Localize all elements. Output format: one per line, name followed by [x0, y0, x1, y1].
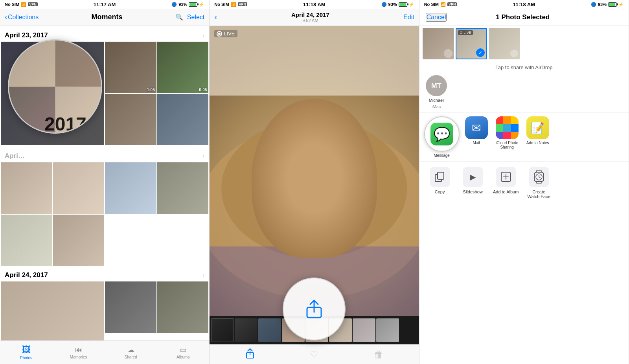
add-album-icon	[496, 167, 516, 187]
edit-button[interactable]: Edit	[403, 14, 414, 21]
action-copy[interactable]: Copy	[424, 167, 456, 194]
share-actions-row: Copy ▶ Slideshow Add to Album	[419, 162, 629, 204]
back-chevron-icon: ‹	[5, 13, 7, 21]
bluetooth-icon: 🔵	[171, 2, 177, 7]
photo-thumb[interactable]	[1, 162, 52, 214]
share-app-notes[interactable]: 📝 Add to Notes	[524, 116, 552, 145]
wifi-icon-3: 📶	[440, 2, 446, 7]
strip-check-3	[510, 49, 519, 58]
film-thumb[interactable]	[376, 318, 399, 342]
battery-pct-3: 93%	[598, 2, 607, 7]
panel-photo-view: No SIM 📶 VPN 11:18 AM 🔵 93% ⚡ ‹ April 24…	[210, 0, 419, 364]
watch-face-icon	[529, 167, 549, 187]
contact-name-michael: Michael	[429, 98, 444, 103]
albums-icon: ▭	[180, 346, 186, 354]
moment-header-apr23[interactable]: April 23, 2017 ›	[0, 30, 209, 42]
battery-icon-3	[608, 2, 617, 7]
no-sim-label: No SIM	[5, 2, 19, 7]
search-icon: 🔍	[175, 13, 183, 21]
moment-arrow-partial: ›	[202, 153, 204, 160]
strip-thumb-2[interactable]: ⊙ LIVE ✓	[456, 28, 487, 59]
film-thumb[interactable]	[258, 318, 281, 342]
strip-thumb-1[interactable]	[423, 28, 454, 59]
action-add-album[interactable]: Add to Album	[490, 167, 522, 194]
heart-button[interactable]: ♡	[310, 349, 318, 360]
notes-label: Add to Notes	[526, 141, 549, 145]
collections-label: Collections	[8, 14, 39, 21]
action-watch-face[interactable]: CreateWatch Face	[523, 167, 555, 199]
watch-face-label: CreateWatch Face	[528, 189, 550, 199]
photo-thumb[interactable]	[105, 94, 156, 145]
trash-icon: 🗑	[374, 349, 383, 360]
tab-albums[interactable]: ▭ Albums	[157, 346, 209, 359]
moment-header-apr24[interactable]: April 24, 2017 ›	[0, 270, 209, 281]
photo-thumb[interactable]	[105, 162, 156, 214]
share-app-icloud-photos[interactable]: iCloud PhotoSharing	[493, 116, 521, 149]
edit-label: Edit	[403, 14, 414, 21]
tab-memories[interactable]: ⏮ Memories	[52, 346, 105, 359]
battery-icon-2	[399, 2, 407, 7]
svg-line-18	[539, 177, 540, 178]
memories-icon: ⏮	[75, 346, 82, 354]
select-button[interactable]: Select	[187, 14, 204, 21]
action-slideshow[interactable]: ▶ Slideshow	[457, 167, 489, 194]
collections-back-button[interactable]: ‹ Collections	[5, 13, 39, 21]
add-album-svg	[500, 171, 511, 182]
trash-button[interactable]: 🗑	[374, 349, 383, 360]
share-button[interactable]	[245, 348, 255, 361]
photo-thumb[interactable]	[157, 162, 209, 214]
film-thumb[interactable]	[211, 318, 234, 342]
share-icon-box	[305, 299, 324, 319]
moment-arrow-apr24: ›	[202, 272, 204, 279]
photo-thumb[interactable]: 0:05	[157, 42, 209, 93]
share-circle-icon	[305, 299, 324, 319]
photo-thumb[interactable]	[53, 215, 105, 266]
moment-arrow-apr23: ›	[202, 32, 204, 39]
photo-thumb[interactable]	[157, 281, 209, 333]
battery-pct-2: 93%	[388, 2, 397, 7]
photo-back-button[interactable]: ‹	[214, 12, 217, 22]
share-app-message[interactable]: 💬 Message	[424, 116, 460, 158]
cancel-button[interactable]: Cancel	[426, 13, 447, 22]
photo-thumb[interactable]	[53, 162, 105, 214]
film-thumb[interactable]	[235, 318, 257, 342]
strip-thumb-3[interactable]	[489, 28, 520, 59]
moment-section-apr24-partial: Apri… ›	[0, 147, 209, 266]
share-header: Cancel 1 Photo Selected	[419, 9, 629, 26]
share-title: 1 Photo Selected	[496, 13, 550, 21]
search-button[interactable]: 🔍	[175, 13, 183, 21]
status-bar-1: No SIM 📶 VPN 11:17 AM 🔵 93% ⚡	[0, 0, 209, 9]
tab-photos-label: Photos	[20, 356, 32, 360]
message-icon: 💬	[430, 123, 453, 145]
film-thumb[interactable]	[353, 318, 375, 342]
vpn-badge: VPN	[28, 2, 38, 6]
clock-3: 11:18 AM	[513, 2, 535, 7]
contact-item-michael[interactable]: MT Michael iMac	[426, 75, 447, 109]
strip-check-1	[444, 49, 452, 58]
moment-header-apr-partial[interactable]: Apri… ›	[0, 151, 209, 162]
year-circle-overlay: 2017	[8, 39, 102, 134]
main-photo-image	[210, 26, 419, 316]
notes-icon: 📝	[526, 116, 549, 139]
copy-svg-icon	[434, 171, 445, 182]
bluetooth-icon-2: 🔵	[381, 2, 387, 7]
photo-thumb[interactable]: 1:05	[105, 42, 156, 93]
moment-date-apr-partial: Apri…	[5, 152, 25, 160]
tab-memories-label: Memories	[70, 355, 87, 359]
main-photo-area[interactable]: LIVE	[210, 26, 419, 316]
no-sim-label-2: No SIM	[214, 2, 229, 7]
duration-label: 0:05	[199, 88, 207, 92]
share-app-mail[interactable]: ✉ Mail	[463, 116, 490, 145]
moment-date-apr23: April 23, 2017	[5, 31, 48, 39]
photo-thumb[interactable]	[1, 215, 52, 266]
photo-thumb[interactable]	[157, 94, 209, 145]
moments-title: Moments	[92, 13, 123, 21]
photo-time: 9:52 AM	[302, 18, 318, 23]
tab-shared[interactable]: ☁ Shared	[105, 346, 157, 359]
tab-photos[interactable]: 🖼 Photos	[0, 345, 52, 360]
nav-bar-1: ‹ Collections Moments 🔍 Select	[0, 9, 209, 26]
message-circle-overlay: 💬	[424, 116, 460, 152]
photo-thumb[interactable]	[105, 281, 156, 333]
bolt-icon-2: ⚡	[409, 2, 414, 7]
slideshow-label: Slideshow	[463, 189, 483, 194]
